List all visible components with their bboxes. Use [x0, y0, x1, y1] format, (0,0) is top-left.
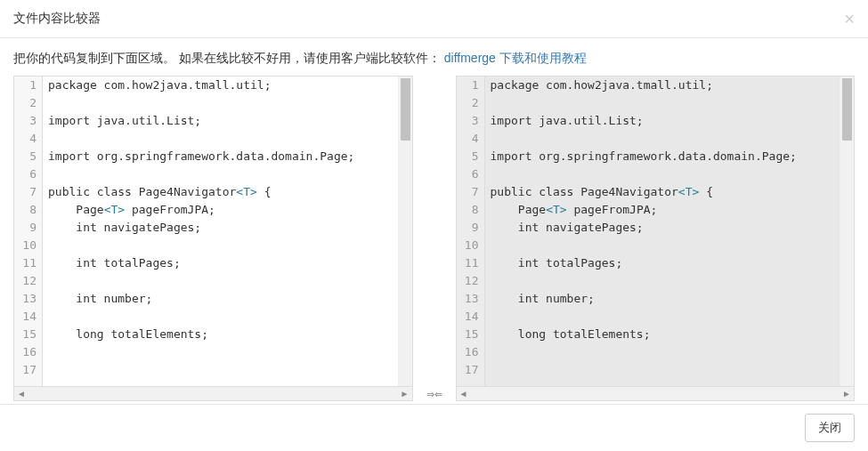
right-horizontal-scrollbar[interactable]: ◄ ►	[456, 387, 856, 401]
close-button[interactable]: 关闭	[805, 414, 855, 442]
line-number: 1	[457, 77, 484, 94]
code-line[interactable]: import org.springframework.data.domain.P…	[43, 148, 398, 165]
code-line[interactable]: import org.springframework.data.domain.P…	[485, 148, 840, 165]
left-code-area[interactable]: package com.how2java.tmall.util;import j…	[43, 77, 398, 386]
code-line[interactable]: public class Page4Navigator<T> {	[485, 183, 840, 201]
line-number: 15	[14, 326, 42, 343]
code-line[interactable]: int number;	[485, 290, 840, 308]
sync-indicator: ⇒⇐	[413, 387, 456, 401]
close-icon[interactable]: ×	[844, 9, 855, 29]
code-line[interactable]	[43, 130, 398, 148]
code-line[interactable]: Page<T> pageFromJPA;	[43, 201, 398, 219]
line-number: 8	[14, 201, 42, 219]
line-number: 6	[14, 165, 42, 183]
code-line[interactable]	[485, 130, 840, 148]
code-line[interactable]	[485, 165, 840, 183]
code-line[interactable]: package com.how2java.tmall.util;	[485, 77, 840, 94]
line-number: 14	[14, 308, 42, 326]
scroll-left-icon[interactable]: ◄	[14, 388, 28, 400]
line-number: 17	[457, 361, 484, 379]
line-number: 5	[457, 148, 484, 165]
code-line[interactable]	[43, 272, 398, 290]
code-line[interactable]	[485, 308, 840, 326]
modal-footer: 关闭	[0, 404, 868, 451]
middle-divider	[413, 76, 456, 387]
code-line[interactable]	[485, 361, 840, 379]
line-number: 8	[457, 201, 484, 219]
horizontal-scroll-row: ◄ ► ⇒⇐ ◄ ►	[0, 387, 868, 401]
code-line[interactable]: package com.how2java.tmall.util;	[43, 77, 398, 94]
line-number: 5	[14, 148, 42, 165]
line-number: 1	[14, 77, 42, 94]
line-number: 10	[14, 237, 42, 254]
code-line[interactable]	[43, 165, 398, 183]
line-number: 14	[457, 308, 484, 326]
line-number: 16	[14, 343, 42, 361]
code-line[interactable]: int totalPages;	[43, 254, 398, 272]
line-number: 7	[457, 183, 484, 201]
right-code-panel[interactable]: 1234567891011121314151617 package com.ho…	[456, 76, 856, 387]
modal-header: 文件内容比较器 ×	[0, 0, 868, 38]
line-number: 2	[457, 94, 484, 112]
line-number: 11	[457, 254, 484, 272]
line-number: 4	[457, 130, 484, 148]
line-number: 13	[14, 290, 42, 308]
instruction-text: 把你的代码复制到下面区域。 如果在线比较不好用，请使用客户端比较软件： diff…	[0, 38, 868, 76]
code-line[interactable]	[485, 237, 840, 254]
left-code-panel[interactable]: 1234567891011121314151617 package com.ho…	[13, 76, 413, 387]
right-code-area[interactable]: package com.how2java.tmall.util;import j…	[485, 77, 840, 386]
code-line[interactable]: import java.util.List;	[43, 112, 398, 130]
code-line[interactable]	[43, 361, 398, 379]
line-number: 2	[14, 94, 42, 112]
line-number: 16	[457, 343, 484, 361]
code-line[interactable]: Page<T> pageFromJPA;	[485, 201, 840, 219]
vertical-scrollbar[interactable]	[398, 77, 412, 386]
code-line[interactable]	[43, 237, 398, 254]
line-number: 11	[14, 254, 42, 272]
instruction-prefix: 把你的代码复制到下面区域。 如果在线比较不好用，请使用客户端比较软件：	[13, 51, 441, 65]
code-line[interactable]: int totalPages;	[485, 254, 840, 272]
code-line[interactable]	[43, 308, 398, 326]
line-number: 9	[14, 219, 42, 237]
scrollbar-thumb[interactable]	[842, 78, 852, 141]
code-line[interactable]: long totalElements;	[485, 326, 840, 343]
code-line[interactable]: public class Page4Navigator<T> {	[43, 183, 398, 201]
vertical-scrollbar[interactable]	[840, 77, 854, 386]
line-number: 3	[457, 112, 484, 130]
scroll-right-icon[interactable]: ►	[840, 388, 854, 400]
line-number: 12	[14, 272, 42, 290]
code-line[interactable]: int number;	[43, 290, 398, 308]
line-number: 7	[14, 183, 42, 201]
line-number: 13	[457, 290, 484, 308]
line-number: 9	[457, 219, 484, 237]
code-line[interactable]: int navigatePages;	[43, 219, 398, 237]
line-number: 6	[457, 165, 484, 183]
code-line[interactable]	[43, 343, 398, 361]
code-line[interactable]: long totalElements;	[43, 326, 398, 343]
right-gutter: 1234567891011121314151617	[457, 77, 485, 386]
scrollbar-thumb[interactable]	[401, 78, 410, 141]
code-line[interactable]	[485, 272, 840, 290]
line-number: 17	[14, 361, 42, 379]
line-number: 4	[14, 130, 42, 148]
line-number: 12	[457, 272, 484, 290]
left-gutter: 1234567891011121314151617	[14, 77, 43, 386]
code-line[interactable]	[485, 94, 840, 112]
code-line[interactable]: int navigatePages;	[485, 219, 840, 237]
code-line[interactable]: import java.util.List;	[485, 112, 840, 130]
code-line[interactable]	[43, 94, 398, 112]
diff-container: 1234567891011121314151617 package com.ho…	[0, 76, 868, 387]
line-number: 10	[457, 237, 484, 254]
left-horizontal-scrollbar[interactable]: ◄ ►	[13, 387, 413, 401]
modal-title: 文件内容比较器	[13, 11, 101, 25]
diffmerge-link[interactable]: diffmerge 下载和使用教程	[444, 51, 587, 65]
scroll-right-icon[interactable]: ►	[398, 388, 412, 400]
scroll-left-icon[interactable]: ◄	[457, 388, 471, 400]
line-number: 3	[14, 112, 42, 130]
code-line[interactable]	[485, 343, 840, 361]
line-number: 15	[457, 326, 484, 343]
